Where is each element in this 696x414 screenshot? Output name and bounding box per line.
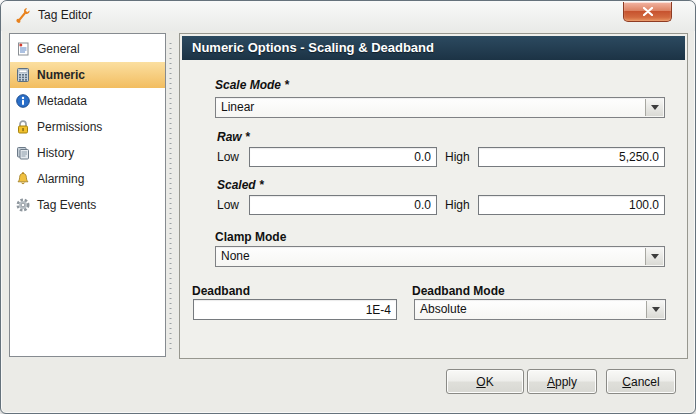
deadband-input[interactable] [193, 299, 397, 320]
apply-button-label: Apply [528, 375, 596, 389]
scale-mode-label: Scale Mode * [215, 78, 289, 92]
numeric-icon [15, 67, 31, 83]
cancel-button[interactable]: Cancel [606, 369, 676, 394]
sidebar-item-label: Metadata [37, 94, 87, 108]
cancel-button-label: Cancel [607, 375, 675, 389]
down-arrow-glyph [652, 307, 660, 312]
close-button[interactable] [623, 2, 672, 22]
deadband-mode-value: Absolute [420, 300, 467, 319]
general-icon [15, 41, 31, 57]
clamp-mode-select[interactable]: None [215, 246, 665, 267]
permissions-icon [15, 119, 31, 135]
chevron-down-icon[interactable] [645, 99, 663, 116]
sidebar-item-label: Permissions [37, 120, 102, 134]
sidebar-item-permissions[interactable]: Permissions [10, 114, 165, 140]
tag-editor-app-icon [14, 7, 31, 24]
raw-low-label: Low [217, 150, 239, 164]
raw-high-input[interactable] [478, 147, 665, 167]
scaled-high-label: High [445, 198, 470, 212]
sidebar-item-history[interactable]: History [10, 140, 165, 166]
sidebar-item-label: History [37, 146, 74, 160]
sidebar-item-label: Alarming [37, 172, 84, 186]
sidebar-item-tag-events[interactable]: Tag Events [10, 192, 165, 218]
sidebar-splitter[interactable] [168, 41, 173, 351]
raw-high-label: High [445, 150, 470, 164]
metadata-icon [15, 93, 31, 109]
scaled-low-input[interactable] [249, 195, 437, 215]
scaled-group-label: Scaled * [217, 178, 264, 192]
category-list: General Numeric [9, 33, 166, 357]
close-icon [643, 7, 653, 16]
chevron-down-icon[interactable] [645, 248, 663, 265]
scale-mode-value: Linear [221, 98, 254, 117]
sidebar-item-label: General [37, 42, 80, 56]
numeric-options-panel: Numeric Options - Scaling & Deadband Sca… [179, 33, 688, 359]
raw-group-label: Raw * [217, 130, 250, 144]
down-arrow-glyph [651, 105, 659, 110]
ok-button[interactable]: OK [446, 369, 524, 394]
tag-editor-window: Tag Editor General [0, 0, 696, 414]
apply-button[interactable]: Apply [527, 369, 597, 394]
sidebar-item-label: Tag Events [37, 198, 96, 212]
sidebar-item-label: Numeric [37, 68, 85, 82]
screen: Tag Editor General [0, 0, 696, 414]
clamp-mode-label: Clamp Mode [215, 230, 286, 244]
sidebar-item-general[interactable]: General [10, 36, 165, 62]
ok-button-label: OK [447, 375, 523, 389]
deadband-mode-label: Deadband Mode [412, 284, 505, 298]
scaled-low-label: Low [217, 198, 239, 212]
sidebar-item-alarming[interactable]: Alarming [10, 166, 165, 192]
history-icon [15, 145, 31, 161]
tag-events-icon [15, 197, 31, 213]
scale-mode-select[interactable]: Linear [215, 97, 665, 118]
raw-low-input[interactable] [249, 147, 437, 167]
scaled-high-input[interactable] [478, 195, 665, 215]
deadband-label: Deadband [192, 284, 250, 298]
panel-header: Numeric Options - Scaling & Deadband [182, 36, 685, 60]
sidebar-item-metadata[interactable]: Metadata [10, 88, 165, 114]
deadband-mode-select[interactable]: Absolute [414, 299, 666, 320]
alarming-icon [15, 171, 31, 187]
chevron-down-icon[interactable] [646, 301, 664, 318]
down-arrow-glyph [651, 254, 659, 259]
window-title: Tag Editor [38, 1, 92, 30]
title-bar[interactable]: Tag Editor [1, 1, 695, 31]
clamp-mode-value: None [221, 247, 250, 266]
sidebar-item-numeric[interactable]: Numeric [10, 62, 165, 88]
